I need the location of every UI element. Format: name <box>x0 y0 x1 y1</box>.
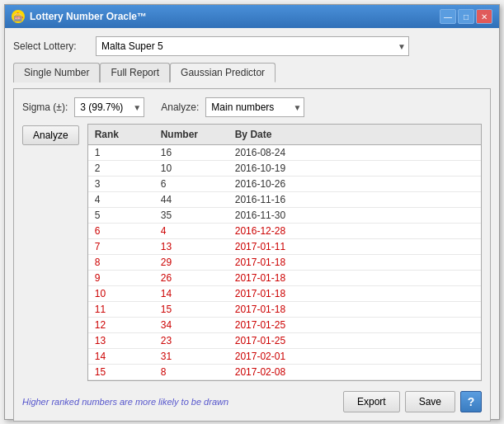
close-button[interactable]: ✕ <box>476 9 492 24</box>
cell-rank: 2 <box>88 161 154 176</box>
sigma-label: Sigma (±): <box>22 101 68 113</box>
cell-date: 2017-02-08 <box>228 365 481 379</box>
table-row: 14312017-02-01 <box>88 349 481 365</box>
cell-date: 2016-11-16 <box>228 192 481 207</box>
cell-number: 26 <box>154 271 228 285</box>
main-window: 🎰 Lottery Number Oracle™ — □ ✕ Select Lo… <box>4 4 500 420</box>
table-row: 4442016-11-16 <box>88 192 481 208</box>
results-table: Rank Number By Date 1162016-08-242102016… <box>87 124 482 381</box>
cell-date: 2017-01-18 <box>228 286 481 301</box>
analyze-select[interactable]: Main numbers Bonus numbers <box>205 97 304 117</box>
cell-rank: 13 <box>88 333 154 348</box>
cell-date: 2017-01-18 <box>228 302 481 317</box>
export-button[interactable]: Export <box>343 391 400 412</box>
cell-date: 2017-01-18 <box>228 271 481 285</box>
tab-single-number[interactable]: Single Number <box>13 63 100 82</box>
sigma-group: Sigma (±): 1 (68.2%) 2 (95.4%) 3 (99.7%)… <box>22 97 144 117</box>
cell-number: 10 <box>154 161 228 176</box>
footer-note: Higher ranked numbers are more likely to… <box>22 397 228 407</box>
cell-number: 31 <box>154 349 228 364</box>
tab-full-report[interactable]: Full Report <box>100 63 170 82</box>
cell-date: 2016-12-28 <box>228 224 481 238</box>
cell-number: 23 <box>154 333 228 348</box>
footer: Higher ranked numbers are more likely to… <box>22 388 482 412</box>
table-row: 12342017-01-25 <box>88 318 481 333</box>
analyze-group: Analyze: Main numbers Bonus numbers ▼ <box>161 97 304 117</box>
cell-rank: 15 <box>88 365 154 379</box>
cell-date: 2016-08-24 <box>228 145 481 160</box>
table-row: 10142017-01-18 <box>88 286 481 302</box>
table-row: 8292017-01-18 <box>88 255 481 271</box>
analyze-button[interactable]: Analyze <box>22 125 79 145</box>
help-button[interactable]: ? <box>460 391 482 412</box>
tab-content-gaussian: Sigma (±): 1 (68.2%) 2 (95.4%) 3 (99.7%)… <box>13 88 491 422</box>
cell-rank: 6 <box>88 224 154 238</box>
table-row: 642016-12-28 <box>88 224 481 239</box>
cell-rank: 5 <box>88 208 154 223</box>
cell-number: 29 <box>154 255 228 270</box>
title-bar: 🎰 Lottery Number Oracle™ — □ ✕ <box>5 5 499 28</box>
window-controls: — □ ✕ <box>440 9 492 24</box>
col-rank: Rank <box>88 127 154 142</box>
lottery-selector-row: Select Lottery: Malta Super 5 ▼ <box>13 36 491 56</box>
cell-rank: 9 <box>88 271 154 285</box>
analyze-label: Analyze: <box>161 101 199 113</box>
lottery-select-wrapper: Malta Super 5 ▼ <box>96 36 409 56</box>
cell-number: 4 <box>154 224 228 238</box>
sigma-select-wrapper: 1 (68.2%) 2 (95.4%) 3 (99.7%) ▼ <box>74 97 144 117</box>
cell-date: 2017-01-25 <box>228 333 481 348</box>
cell-rank: 14 <box>88 349 154 364</box>
tab-gaussian-predictor[interactable]: Gaussian Predictor <box>170 63 276 82</box>
tab-bar: Single Number Full Report Gaussian Predi… <box>13 63 491 82</box>
table-row: 9262017-01-18 <box>88 271 481 286</box>
cell-date: 2017-01-25 <box>228 318 481 332</box>
cell-number: 14 <box>154 286 228 301</box>
table-row: 11152017-01-18 <box>88 302 481 318</box>
cell-date: 2016-10-19 <box>228 161 481 176</box>
cell-number: 35 <box>154 208 228 223</box>
cell-rank: 12 <box>88 318 154 332</box>
cell-rank: 3 <box>88 177 154 191</box>
cell-rank: 8 <box>88 255 154 270</box>
controls-row: Sigma (±): 1 (68.2%) 2 (95.4%) 3 (99.7%)… <box>22 97 482 117</box>
window-title: Lottery Number Oracle™ <box>30 11 147 22</box>
content-area: Select Lottery: Malta Super 5 ▼ Single N… <box>5 28 499 424</box>
maximize-button[interactable]: □ <box>458 9 474 24</box>
cell-number: 8 <box>154 365 228 379</box>
cell-number: 15 <box>154 302 228 317</box>
cell-number: 6 <box>154 177 228 191</box>
footer-buttons: Export Save ? <box>343 391 482 412</box>
table-row: 362016-10-26 <box>88 177 481 192</box>
cell-rank: 7 <box>88 239 154 254</box>
cell-rank: 1 <box>88 145 154 160</box>
lottery-label: Select Lottery: <box>13 40 87 52</box>
cell-number: 34 <box>154 318 228 332</box>
cell-rank: 11 <box>88 302 154 317</box>
cell-date: 2017-01-18 <box>228 255 481 270</box>
cell-number: 16 <box>154 145 228 160</box>
cell-date: 2016-10-26 <box>228 177 481 191</box>
lottery-select[interactable]: Malta Super 5 <box>96 36 409 56</box>
cell-rank: 10 <box>88 286 154 301</box>
table-row: 2102016-10-19 <box>88 161 481 177</box>
minimize-button[interactable]: — <box>440 9 456 24</box>
sigma-select[interactable]: 1 (68.2%) 2 (95.4%) 3 (99.7%) <box>74 97 144 117</box>
cell-number: 44 <box>154 192 228 207</box>
save-button[interactable]: Save <box>405 391 455 412</box>
analyze-select-wrapper: Main numbers Bonus numbers ▼ <box>205 97 304 117</box>
table-header: Rank Number By Date <box>88 125 481 145</box>
table-row: 5352016-11-30 <box>88 208 481 224</box>
table-row: 1582017-02-08 <box>88 365 481 380</box>
cell-rank: 4 <box>88 192 154 207</box>
table-row: 13232017-01-25 <box>88 333 481 349</box>
table-row: 7132017-01-11 <box>88 239 481 255</box>
cell-date: 2017-01-11 <box>228 239 481 254</box>
table-body[interactable]: 1162016-08-242102016-10-19362016-10-2644… <box>88 145 481 380</box>
table-row: 1162016-08-24 <box>88 145 481 161</box>
cell-number: 13 <box>154 239 228 254</box>
app-icon: 🎰 <box>12 10 25 23</box>
col-number: Number <box>154 127 228 142</box>
cell-date: 2016-11-30 <box>228 208 481 223</box>
cell-date: 2017-02-01 <box>228 349 481 364</box>
col-date: By Date <box>228 127 468 142</box>
